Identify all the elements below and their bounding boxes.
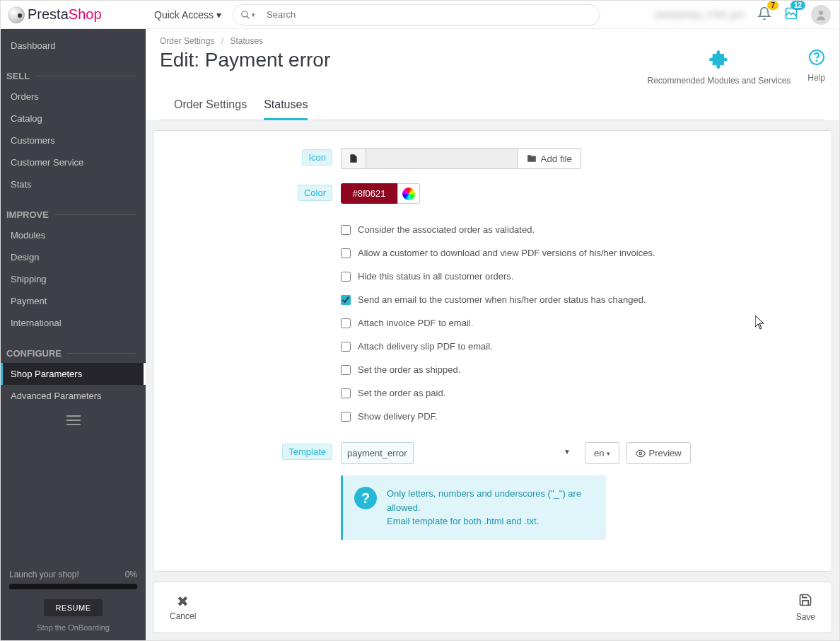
label-template: Template	[282, 444, 332, 460]
checkbox-email-label: Send an email to the customer when his/h…	[358, 294, 646, 305]
notifications-button[interactable]: 7	[757, 6, 771, 23]
color-input[interactable]	[341, 183, 397, 204]
checkbox-attach-delivery-label: Attach delivery slip PDF to email.	[358, 341, 493, 352]
svg-point-6	[640, 452, 643, 455]
chevron-down-icon: ▾	[216, 9, 221, 21]
sidebar-item-orders[interactable]: Orders	[1, 86, 146, 108]
checkbox-show-delivery-pdf-label: Show delivery PDF.	[358, 411, 438, 422]
save-icon	[796, 593, 815, 611]
sidebar-item-shop-parameters[interactable]: Shop Parameters	[1, 363, 146, 385]
tab-statuses[interactable]: Statuses	[264, 98, 308, 120]
recommended-modules-button[interactable]: Recommended Modules and Services	[648, 49, 791, 86]
breadcrumb-parent[interactable]: Order Settings	[160, 36, 214, 46]
launch-percent: 0%	[125, 570, 137, 579]
breadcrumb: Order Settings / Statuses	[160, 36, 825, 46]
sidebar-item-international[interactable]: International	[1, 312, 146, 334]
page-title: Edit: Payment error	[160, 49, 330, 71]
sidebar-section-sell: SELL	[1, 57, 146, 86]
sidebar-item-customer-service[interactable]: Customer Service	[1, 151, 146, 173]
add-file-button[interactable]: Add file	[518, 148, 581, 169]
label-color: Color	[298, 185, 332, 201]
sidebar-item-design[interactable]: Design	[1, 246, 146, 268]
color-picker-button[interactable]	[397, 183, 420, 204]
resume-button[interactable]: RESUME	[44, 599, 102, 616]
svg-point-3	[819, 11, 823, 15]
sidebar-section-improve: IMPROVE	[1, 195, 146, 224]
alert-text: Only letters, numbers and underscores ("…	[387, 487, 595, 529]
svg-point-0	[242, 11, 247, 16]
chevron-down-icon: ▾	[252, 11, 255, 18]
sidebar-section-configure: CONFIGURE	[1, 334, 146, 363]
cancel-button[interactable]: ✖ Cancel	[163, 589, 202, 625]
checkbox-pdf-download[interactable]	[341, 248, 351, 258]
sidebar-item-modules[interactable]: Modules	[1, 224, 146, 246]
logo[interactable]: PrestaShop	[1, 1, 146, 29]
icon-file-input[interactable]	[366, 148, 518, 169]
checkbox-attach-delivery[interactable]	[341, 342, 351, 352]
sidebar-item-stats[interactable]: Stats	[1, 173, 146, 195]
checkbox-hide-label: Hide this status in all customer orders.	[358, 271, 513, 282]
checkbox-validated-label: Consider the associated order as validat…	[358, 224, 535, 235]
sidebar-collapse-toggle[interactable]	[1, 407, 146, 436]
search-icon	[240, 10, 250, 20]
file-icon	[341, 148, 366, 169]
avatar[interactable]	[811, 5, 831, 25]
checkbox-shipped[interactable]	[341, 365, 351, 375]
close-icon: ✖	[170, 593, 196, 610]
label-icon: Icon	[302, 149, 332, 166]
preview-button[interactable]: Preview	[626, 442, 690, 464]
puzzle-icon	[648, 49, 791, 73]
checkbox-shipped-label: Set the order as shipped.	[358, 364, 460, 375]
logo-icon	[8, 6, 25, 23]
checkbox-attach-invoice[interactable]	[341, 318, 351, 328]
folder-icon	[527, 154, 537, 163]
shop-name: prestashop_1783_pro	[655, 9, 745, 20]
panel-footer: ✖ Cancel Save	[153, 582, 832, 633]
search-input[interactable]	[261, 9, 593, 20]
breadcrumb-current: Statuses	[230, 36, 263, 46]
notifications-badge: 7	[767, 1, 778, 10]
checkbox-paid[interactable]	[341, 388, 351, 398]
topbar: Quick Access▾ ▾ prestashop_1783_pro 7 12	[146, 1, 839, 29]
checkbox-pdf-download-label: Allow a customer to download and view PD…	[358, 248, 655, 258]
search-wrap: ▾	[233, 4, 600, 25]
sidebar-item-payment[interactable]: Payment	[1, 290, 146, 312]
debug-badge: 12	[791, 1, 805, 10]
sidebar-item-catalog[interactable]: Catalog	[1, 108, 146, 129]
svg-point-5	[816, 61, 817, 62]
sidebar: PrestaShop Dashboard SELL Orders Catalog…	[1, 1, 146, 640]
form-panel: Icon Add file	[153, 130, 832, 572]
chevron-down-icon: ▾	[607, 450, 610, 457]
sidebar-item-customers[interactable]: Customers	[1, 129, 146, 151]
color-wheel-icon	[402, 187, 415, 200]
info-icon: ?	[354, 487, 377, 509]
checkbox-validated[interactable]	[341, 225, 351, 235]
launch-label: Launch your shop!	[9, 570, 79, 579]
debug-button[interactable]: 12	[784, 6, 798, 23]
svg-line-1	[247, 16, 250, 18]
onboarding-progress	[9, 584, 137, 589]
checkbox-email[interactable]	[341, 295, 351, 305]
sidebar-item-shipping[interactable]: Shipping	[1, 268, 146, 290]
user-icon	[815, 8, 827, 21]
sidebar-item-advanced-parameters[interactable]: Advanced Parameters	[1, 385, 146, 407]
quick-access-dropdown[interactable]: Quick Access▾	[154, 9, 221, 21]
tab-order-settings[interactable]: Order Settings	[174, 98, 247, 120]
search-type-dropdown[interactable]: ▾	[240, 10, 261, 20]
checkbox-show-delivery-pdf[interactable]	[341, 412, 351, 422]
eye-icon	[636, 449, 646, 458]
checkbox-hide[interactable]	[341, 272, 351, 282]
stop-onboarding-link[interactable]: Stop the OnBoarding	[9, 623, 137, 632]
save-button[interactable]: Save	[790, 589, 822, 625]
checkbox-paid-label: Set the order as paid.	[358, 388, 445, 398]
help-button[interactable]: Help	[807, 49, 825, 86]
language-dropdown[interactable]: en ▾	[585, 442, 619, 464]
help-icon	[807, 49, 825, 70]
template-select[interactable]: payment_error	[341, 442, 414, 464]
checkbox-attach-invoice-label: Attach invoice PDF to email.	[358, 318, 473, 328]
sidebar-item-dashboard[interactable]: Dashboard	[1, 35, 146, 57]
